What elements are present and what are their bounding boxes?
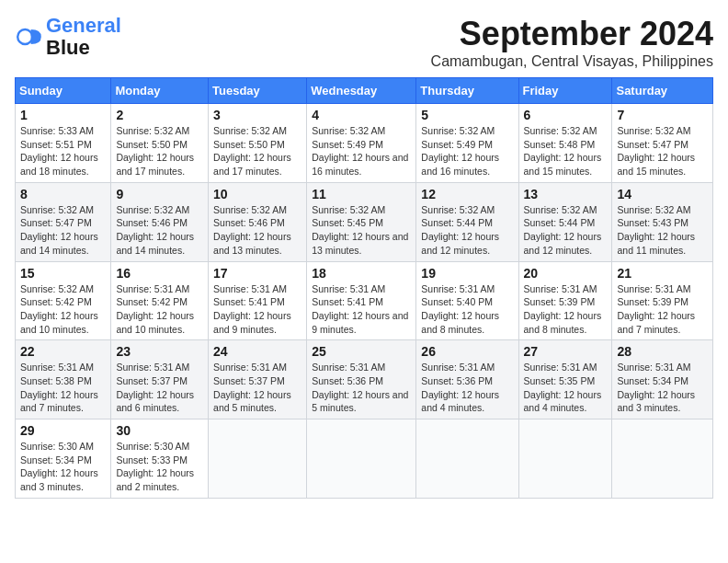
calendar-cell: 24Sunrise: 5:31 AMSunset: 5:37 PMDayligh… xyxy=(209,340,307,419)
calendar-cell: 6Sunrise: 5:32 AMSunset: 5:48 PMDaylight… xyxy=(518,104,612,183)
svg-point-0 xyxy=(17,29,32,44)
day-info: Sunrise: 5:31 AMSunset: 5:38 PMDaylight:… xyxy=(20,361,106,415)
calendar-cell: 1Sunrise: 5:33 AMSunset: 5:51 PMDaylight… xyxy=(16,104,111,183)
day-info: Sunrise: 5:31 AMSunset: 5:39 PMDaylight:… xyxy=(617,282,708,337)
weekday-header-monday: Monday xyxy=(111,78,209,104)
day-number: 18 xyxy=(312,266,411,281)
day-number: 16 xyxy=(116,266,203,281)
weekday-header-saturday: Saturday xyxy=(612,78,713,104)
day-number: 11 xyxy=(312,187,411,201)
calendar-cell: 8Sunrise: 5:32 AMSunset: 5:47 PMDaylight… xyxy=(16,182,111,261)
day-number: 29 xyxy=(20,423,106,438)
day-info: Sunrise: 5:31 AMSunset: 5:42 PMDaylight:… xyxy=(116,282,203,337)
calendar-cell: 23Sunrise: 5:31 AMSunset: 5:37 PMDayligh… xyxy=(111,340,209,419)
day-info: Sunrise: 5:32 AMSunset: 5:44 PMDaylight:… xyxy=(421,203,513,258)
day-info: Sunrise: 5:32 AMSunset: 5:44 PMDaylight:… xyxy=(524,203,608,258)
day-number: 15 xyxy=(20,266,106,281)
calendar-table: SundayMondayTuesdayWednesdayThursdayFrid… xyxy=(15,77,713,499)
day-number: 13 xyxy=(524,187,608,201)
weekday-header-thursday: Thursday xyxy=(416,78,518,104)
day-number: 10 xyxy=(213,187,301,201)
day-info: Sunrise: 5:30 AMSunset: 5:34 PMDaylight:… xyxy=(20,440,106,494)
day-number: 28 xyxy=(617,344,708,359)
calendar-cell: 18Sunrise: 5:31 AMSunset: 5:41 PMDayligh… xyxy=(307,261,416,340)
day-info: Sunrise: 5:32 AMSunset: 5:45 PMDaylight:… xyxy=(312,203,411,258)
calendar-cell: 21Sunrise: 5:31 AMSunset: 5:39 PMDayligh… xyxy=(612,261,713,340)
calendar-week-1: 1Sunrise: 5:33 AMSunset: 5:51 PMDaylight… xyxy=(16,104,713,183)
calendar-cell: 11Sunrise: 5:32 AMSunset: 5:45 PMDayligh… xyxy=(307,182,416,261)
calendar-cell: 3Sunrise: 5:32 AMSunset: 5:50 PMDaylight… xyxy=(209,104,307,183)
month-title: September 2024 xyxy=(431,15,713,53)
calendar-cell: 27Sunrise: 5:31 AMSunset: 5:35 PMDayligh… xyxy=(518,340,612,419)
day-info: Sunrise: 5:32 AMSunset: 5:49 PMDaylight:… xyxy=(312,124,411,178)
logo-text: GeneralBlue xyxy=(46,15,121,59)
calendar-cell: 29Sunrise: 5:30 AMSunset: 5:34 PMDayligh… xyxy=(16,419,111,499)
day-info: Sunrise: 5:33 AMSunset: 5:51 PMDaylight:… xyxy=(20,124,106,178)
day-number: 3 xyxy=(213,108,301,122)
calendar-week-4: 22Sunrise: 5:31 AMSunset: 5:38 PMDayligh… xyxy=(16,340,713,419)
calendar-week-2: 8Sunrise: 5:32 AMSunset: 5:47 PMDaylight… xyxy=(16,182,713,261)
logo: GeneralBlue xyxy=(15,15,121,59)
day-info: Sunrise: 5:31 AMSunset: 5:41 PMDaylight:… xyxy=(312,282,411,337)
calendar-cell: 28Sunrise: 5:31 AMSunset: 5:34 PMDayligh… xyxy=(612,340,713,419)
day-number: 6 xyxy=(524,108,608,122)
day-info: Sunrise: 5:32 AMSunset: 5:49 PMDaylight:… xyxy=(421,124,513,178)
day-number: 4 xyxy=(312,108,411,122)
calendar-cell xyxy=(612,419,713,499)
day-info: Sunrise: 5:31 AMSunset: 5:40 PMDaylight:… xyxy=(421,282,513,337)
day-info: Sunrise: 5:31 AMSunset: 5:35 PMDaylight:… xyxy=(524,361,608,415)
day-number: 20 xyxy=(524,266,608,281)
day-info: Sunrise: 5:32 AMSunset: 5:43 PMDaylight:… xyxy=(617,203,708,258)
day-info: Sunrise: 5:32 AMSunset: 5:48 PMDaylight:… xyxy=(524,124,608,178)
day-number: 7 xyxy=(617,108,708,122)
day-number: 12 xyxy=(421,187,513,201)
day-info: Sunrise: 5:32 AMSunset: 5:46 PMDaylight:… xyxy=(213,203,301,258)
calendar-cell: 30Sunrise: 5:30 AMSunset: 5:33 PMDayligh… xyxy=(111,419,209,499)
day-info: Sunrise: 5:30 AMSunset: 5:33 PMDaylight:… xyxy=(116,440,203,494)
day-number: 22 xyxy=(20,344,106,359)
calendar-cell: 5Sunrise: 5:32 AMSunset: 5:49 PMDaylight… xyxy=(416,104,518,183)
day-number: 24 xyxy=(213,344,301,359)
day-info: Sunrise: 5:31 AMSunset: 5:36 PMDaylight:… xyxy=(421,361,513,415)
day-info: Sunrise: 5:31 AMSunset: 5:34 PMDaylight:… xyxy=(617,361,708,415)
calendar-cell: 13Sunrise: 5:32 AMSunset: 5:44 PMDayligh… xyxy=(518,182,612,261)
day-info: Sunrise: 5:32 AMSunset: 5:42 PMDaylight:… xyxy=(20,282,106,337)
day-info: Sunrise: 5:31 AMSunset: 5:37 PMDaylight:… xyxy=(213,361,301,415)
calendar-week-5: 29Sunrise: 5:30 AMSunset: 5:34 PMDayligh… xyxy=(16,419,713,499)
day-info: Sunrise: 5:31 AMSunset: 5:39 PMDaylight:… xyxy=(524,282,608,337)
calendar-cell: 12Sunrise: 5:32 AMSunset: 5:44 PMDayligh… xyxy=(416,182,518,261)
weekday-header-row: SundayMondayTuesdayWednesdayThursdayFrid… xyxy=(16,78,713,104)
weekday-header-sunday: Sunday xyxy=(16,78,111,104)
calendar-cell xyxy=(307,419,416,499)
day-info: Sunrise: 5:32 AMSunset: 5:50 PMDaylight:… xyxy=(213,124,301,178)
calendar-cell: 16Sunrise: 5:31 AMSunset: 5:42 PMDayligh… xyxy=(111,261,209,340)
day-number: 8 xyxy=(20,187,106,201)
day-number: 21 xyxy=(617,266,708,281)
calendar-cell: 26Sunrise: 5:31 AMSunset: 5:36 PMDayligh… xyxy=(416,340,518,419)
calendar-cell: 17Sunrise: 5:31 AMSunset: 5:41 PMDayligh… xyxy=(209,261,307,340)
calendar-cell: 4Sunrise: 5:32 AMSunset: 5:49 PMDaylight… xyxy=(307,104,416,183)
day-info: Sunrise: 5:32 AMSunset: 5:47 PMDaylight:… xyxy=(617,124,708,178)
day-number: 27 xyxy=(524,344,608,359)
day-info: Sunrise: 5:31 AMSunset: 5:37 PMDaylight:… xyxy=(116,361,203,415)
day-info: Sunrise: 5:32 AMSunset: 5:50 PMDaylight:… xyxy=(116,124,203,178)
calendar-cell xyxy=(209,419,307,499)
day-number: 14 xyxy=(617,187,708,201)
calendar-cell: 2Sunrise: 5:32 AMSunset: 5:50 PMDaylight… xyxy=(111,104,209,183)
calendar-cell: 22Sunrise: 5:31 AMSunset: 5:38 PMDayligh… xyxy=(16,340,111,419)
day-info: Sunrise: 5:32 AMSunset: 5:46 PMDaylight:… xyxy=(116,203,203,258)
day-info: Sunrise: 5:31 AMSunset: 5:36 PMDaylight:… xyxy=(312,361,411,415)
calendar-cell: 25Sunrise: 5:31 AMSunset: 5:36 PMDayligh… xyxy=(307,340,416,419)
day-number: 1 xyxy=(20,108,106,122)
day-number: 5 xyxy=(421,108,513,122)
day-info: Sunrise: 5:32 AMSunset: 5:47 PMDaylight:… xyxy=(20,203,106,258)
calendar-cell: 15Sunrise: 5:32 AMSunset: 5:42 PMDayligh… xyxy=(16,261,111,340)
title-block: September 2024 Camambugan, Central Visay… xyxy=(431,15,713,70)
calendar-cell xyxy=(518,419,612,499)
day-number: 2 xyxy=(116,108,203,122)
weekday-header-wednesday: Wednesday xyxy=(307,78,416,104)
day-number: 23 xyxy=(116,344,203,359)
calendar-cell: 14Sunrise: 5:32 AMSunset: 5:43 PMDayligh… xyxy=(612,182,713,261)
day-number: 26 xyxy=(421,344,513,359)
calendar-cell: 7Sunrise: 5:32 AMSunset: 5:47 PMDaylight… xyxy=(612,104,713,183)
